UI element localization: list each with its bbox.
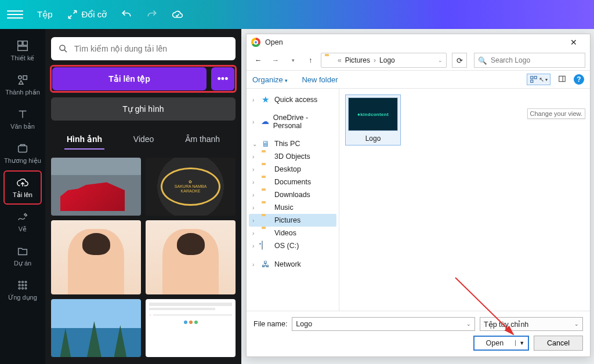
open-dropdown-icon[interactable]: ▼ <box>515 340 528 346</box>
open-button[interactable]: Open ▼ <box>473 336 530 351</box>
file-list[interactable]: ●kindcontent Logo <box>339 89 590 311</box>
folder-icon <box>262 228 271 238</box>
refresh-button[interactable]: ⟳ <box>452 53 467 68</box>
redo-button[interactable] <box>146 9 158 20</box>
search-icon <box>58 43 68 54</box>
rail-draw-label: Vẽ <box>19 225 27 233</box>
tab-images[interactable]: Hình ảnh <box>64 130 104 150</box>
svg-point-13 <box>22 287 24 289</box>
rail-upload[interactable]: Tải lên <box>3 170 42 205</box>
dialog-search[interactable]: 🔍 <box>474 53 585 68</box>
svg-rect-2 <box>18 46 28 50</box>
star-icon: ★ <box>262 95 271 104</box>
upload-thumb[interactable]: ✿SAKURA NAMBAKARAOKE <box>146 158 236 216</box>
svg-point-8 <box>25 281 27 283</box>
tree-network[interactable]: ›🖧Network <box>249 258 336 271</box>
rail-draw[interactable]: Vẽ <box>3 205 42 239</box>
left-rail: Thiết kế Thành phần Văn bản Thương hiệu … <box>0 29 45 364</box>
svg-point-11 <box>25 285 27 286</box>
upload-thumb[interactable]: → <box>146 299 236 357</box>
cloud-status-icon[interactable] <box>172 9 183 20</box>
folder-icon <box>262 203 271 212</box>
svg-rect-1 <box>23 41 27 45</box>
uploads-search[interactable] <box>51 37 236 60</box>
chevron-icon: › <box>374 56 376 64</box>
svg-point-3 <box>19 76 22 79</box>
breadcrumb-logo[interactable]: Logo <box>379 56 395 64</box>
nav-back-button[interactable]: ← <box>251 53 265 67</box>
rail-projects[interactable]: Dự án <box>3 239 42 273</box>
upload-thumb[interactable] <box>51 158 141 216</box>
folder-icon <box>262 177 271 187</box>
addr-dropdown-icon[interactable]: ⌄ <box>438 57 443 63</box>
upload-thumb[interactable] <box>51 220 141 294</box>
rail-apps[interactable]: Ứng dụng <box>3 273 42 307</box>
undo-button[interactable] <box>121 9 132 20</box>
nav-recent-button[interactable]: ▾ <box>286 53 300 67</box>
svg-rect-5 <box>19 145 27 152</box>
nav-forward-button[interactable]: → <box>269 53 282 67</box>
cloud-icon: ☁ <box>261 117 270 126</box>
rail-elements[interactable]: Thành phần <box>3 68 42 102</box>
tree-documents[interactable]: ›Documents <box>249 176 336 188</box>
menu-icon[interactable] <box>7 10 23 19</box>
tree-videos[interactable]: ›Videos <box>249 227 336 239</box>
rail-design[interactable]: Thiết kế <box>3 34 42 68</box>
organize-menu[interactable]: Organize ▾ <box>252 75 288 84</box>
address-bar[interactable]: « Pictures › Logo ⌄ <box>321 53 447 68</box>
tree-os-drive[interactable]: ›OS (C:) <box>249 239 336 252</box>
new-folder-button[interactable]: New folder <box>302 75 338 84</box>
svg-point-14 <box>25 287 27 289</box>
tree-this-pc[interactable]: ⌄🖥This PC <box>249 137 336 150</box>
nav-up-button[interactable]: ↑ <box>303 53 317 67</box>
rail-projects-label: Dự án <box>14 260 31 267</box>
upload-file-button[interactable]: Tải lên tệp <box>52 67 207 90</box>
svg-rect-4 <box>23 76 27 79</box>
upload-thumb[interactable] <box>146 220 236 294</box>
tab-video[interactable]: Video <box>131 130 157 150</box>
tree-3d-objects[interactable]: ›3D Objects <box>249 150 336 163</box>
tab-audio[interactable]: Âm thanh <box>183 130 222 150</box>
tree-onedrive[interactable]: ›☁OneDrive - Personal <box>249 112 336 132</box>
folder-icon <box>325 56 334 65</box>
uploads-search-input[interactable] <box>74 44 229 53</box>
uploads-panel: Tải lên tệp ••• Tự ghi hình Hình ảnh Vid… <box>45 29 241 364</box>
tree-music[interactable]: ›Music <box>249 201 336 214</box>
close-icon[interactable]: ✕ <box>562 38 585 47</box>
tree-desktop[interactable]: ›Desktop <box>249 163 336 176</box>
dialog-nav: ← → ▾ ↑ « Pictures › Logo ⌄ ⟳ 🔍 <box>247 50 590 70</box>
network-icon: 🖧 <box>262 260 271 269</box>
svg-rect-17 <box>534 77 537 79</box>
file-name-label: Logo <box>365 134 381 143</box>
help-button[interactable]: ? <box>574 74 584 85</box>
file-item-logo[interactable]: ●kindcontent Logo <box>345 94 401 145</box>
svg-point-10 <box>22 285 24 286</box>
svg-rect-19 <box>559 76 566 81</box>
rail-text-label: Văn bản <box>10 123 35 130</box>
upload-thumb[interactable] <box>51 299 141 357</box>
filetype-filter[interactable]: Tệp tùy chỉnh⌄ <box>480 317 583 331</box>
file-menu[interactable]: Tệp <box>37 9 53 20</box>
tree-quick-access[interactable]: ›★Quick access <box>249 93 336 106</box>
dialog-search-input[interactable] <box>491 56 581 64</box>
rail-text[interactable]: Văn bản <box>3 102 42 136</box>
upload-more-button[interactable]: ••• <box>211 67 234 90</box>
folder-icon <box>262 190 271 199</box>
cancel-button[interactable]: Cancel <box>534 336 583 351</box>
rail-brand[interactable]: Thương hiệu <box>3 136 42 170</box>
svg-point-15 <box>60 45 65 50</box>
record-yourself-button[interactable]: Tự ghi hình <box>51 97 236 121</box>
tree-downloads[interactable]: ›Downloads <box>249 188 336 201</box>
svg-rect-16 <box>531 77 533 79</box>
filename-input[interactable]: Logo⌄ <box>292 317 475 331</box>
view-mode-button[interactable]: ↖ ▾ <box>527 74 550 85</box>
breadcrumb-pictures[interactable]: Pictures <box>345 56 370 64</box>
resize-menu[interactable]: Đổi cỡ <box>67 9 107 20</box>
tree-pictures[interactable]: ›Pictures <box>249 214 336 227</box>
svg-rect-0 <box>18 41 22 45</box>
uploads-grid: ✿SAKURA NAMBAKARAOKE <box>51 158 236 357</box>
preview-pane-button[interactable] <box>557 75 567 85</box>
dialog-titlebar: Open ✕ <box>247 34 590 50</box>
rail-brand-label: Thương hiệu <box>4 157 41 165</box>
breadcrumb-ell[interactable]: « <box>338 56 342 64</box>
